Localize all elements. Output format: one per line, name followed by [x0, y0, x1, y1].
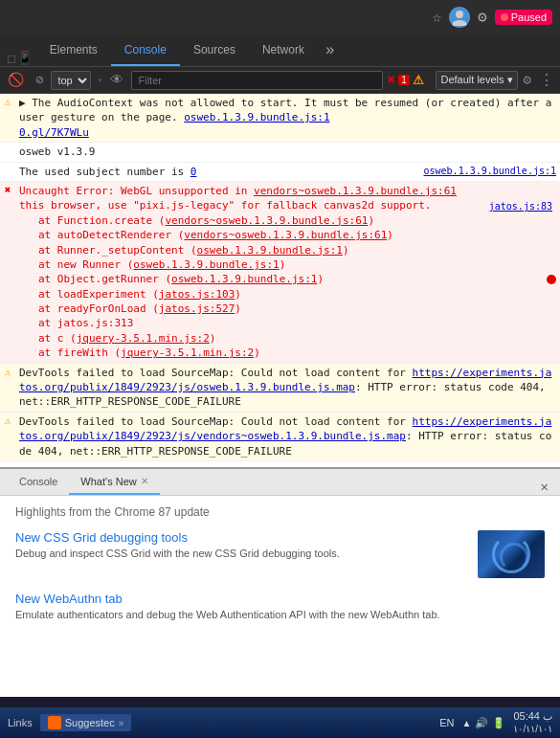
log-sourcemap-warn-2: ⚠ DevTools failed to load SourceMap: Cou…	[0, 413, 560, 461]
audicontext-link2[interactable]: 0.gl/7K7WLu	[19, 126, 89, 139]
thumbnail-graphic	[492, 535, 530, 573]
subject-number-link[interactable]: 0	[190, 166, 197, 178]
webauthn-title[interactable]: New WebAuthn tab	[15, 592, 545, 606]
device-icon[interactable]: 📱	[17, 51, 33, 66]
taskbar-time-value: 05:44 ب	[513, 710, 552, 723]
sourcemap-warn-2-message: DevTools failed to load SourceMap: Could…	[15, 414, 560, 459]
stack-link-5[interactable]: osweb.1.3.9.bundle.js:1	[171, 273, 317, 285]
sourcemap-link-1[interactable]: https://experiments.jatos.org/publix/184…	[19, 367, 551, 393]
error-icon: ✖	[387, 74, 395, 86]
sourcemap-link-2[interactable]: https://experiments.jatos.org/publix/184…	[19, 415, 551, 442]
more-options-icon[interactable]: ⋮	[537, 69, 556, 92]
log-version: osweb v1.3.9	[0, 143, 560, 162]
warn-icon-sm2: ⚠	[0, 414, 15, 427]
panel-close-button[interactable]: ✕	[537, 479, 552, 495]
webauthn-desc: Emulate authenticators and debug the Web…	[15, 608, 545, 622]
stack-link-6[interactable]: jatos.js:103	[159, 288, 235, 301]
error-icon-webgl: ✖	[0, 183, 15, 196]
warn-icon-audicontext: ⚠	[0, 95, 15, 108]
clear-console-icon[interactable]: 🚫	[4, 70, 28, 90]
settings-icon[interactable]: ⚙	[522, 70, 533, 90]
bottom-tab-console[interactable]: Console	[8, 469, 69, 495]
cssgrid-thumbnail	[478, 530, 545, 578]
sourcemap-warn-1-message: DevTools failed to load SourceMap: Could…	[15, 365, 560, 411]
suggestec-label: Suggestec	[65, 717, 115, 728]
tray-battery-icon: 🔋	[492, 717, 505, 729]
more-tabs-button[interactable]: »	[318, 34, 343, 66]
whats-new-content: Highlights from the Chrome 87 update New…	[0, 496, 560, 697]
whatsnew-tab-close[interactable]: ✕	[141, 476, 148, 486]
audicontext-message: ▶ The AudioContext was not allowed to st…	[15, 95, 560, 141]
tray-up-icon[interactable]: ▲	[462, 718, 472, 728]
webgl-jatos-source[interactable]: jatos.js:83	[489, 198, 556, 213]
suggestec-chevron-icon: »	[119, 718, 124, 728]
stack-link-7[interactable]: jatos.js:527	[159, 302, 235, 315]
taskbar: Links Suggestec » EN ▲ 🔊 🔋 05:44 ب ۱۰/۱۱…	[0, 707, 560, 738]
stack-link-8[interactable]: jquery-3.5.1.min.js:2	[77, 332, 210, 345]
log-subject: The used subject number is 0 osweb.1.3.9…	[0, 163, 560, 182]
filter-input[interactable]	[131, 71, 383, 90]
audicontext-link1[interactable]: osweb.1.3.9.bundle.js:1	[184, 111, 329, 123]
log-webgl-error: ✖ Uncaught Error: WebGL unsupported in v…	[0, 182, 560, 364]
log-sourcemap-warn-1: ⚠ DevTools failed to load SourceMap: Cou…	[0, 364, 560, 413]
bottom-tab-whatsnew[interactable]: What's New ✕	[69, 469, 159, 495]
tab-console[interactable]: Console	[111, 34, 180, 66]
bookmark-icon[interactable]: ☆	[432, 8, 441, 27]
warn-icon-sm1: ⚠	[0, 365, 15, 378]
devtools-toolbar: 🚫 ⊘ top ▾ 👁 ✖ 1 ⚠ 1 Default levels ▾ ⚙ ⋮	[0, 67, 560, 94]
warn-count: 1	[427, 75, 433, 85]
tray-network-icon: 🔊	[475, 717, 488, 729]
whats-new-item-cssgrid: New CSS Grid debugging tools Debug and i…	[15, 530, 545, 578]
taskbar-suggestec[interactable]: Suggestec »	[40, 714, 132, 731]
log-audicontext-warn: ⚠ ▶ The AudioContext was not allowed to …	[0, 94, 560, 143]
error-count: 1	[398, 75, 410, 85]
suggestec-icon	[48, 716, 61, 729]
subject-source[interactable]: osweb.1.3.9.bundle.js:1	[424, 164, 560, 176]
levels-dropdown[interactable]: Default levels ▾	[436, 71, 517, 90]
version-message: osweb v1.3.9	[15, 144, 560, 160]
taskbar-language[interactable]: EN	[439, 717, 454, 728]
webgl-source-link[interactable]: vendors~osweb.1.3.9.bundle.js:61	[254, 185, 457, 197]
devtools-tabbar: ⬚ 📱 Elements Console Sources Network »	[0, 34, 560, 67]
pause-dot-icon	[501, 13, 508, 21]
browser-chrome: ☆ ⚙ Paused	[0, 0, 560, 34]
taskbar-date-value: ۱۰/۱۱/۱۰۱	[513, 724, 552, 735]
paused-badge: Paused	[495, 10, 552, 25]
devtools-left-controls: ⬚ 📱	[4, 51, 36, 66]
tab-sources[interactable]: Sources	[180, 34, 249, 66]
error-warn-counts: ✖ 1 ⚠ 1	[387, 73, 432, 87]
whats-new-panel: Console What's New ✕ ✕ Highlights from t…	[0, 467, 560, 697]
webgl-error-message: Uncaught Error: WebGL unsupported in ven…	[15, 183, 560, 362]
stack-link-4[interactable]: osweb.1.3.9.bundle.js:1	[133, 258, 279, 271]
tab-network[interactable]: Network	[249, 34, 318, 66]
cssgrid-title[interactable]: New CSS Grid debugging tools	[15, 530, 466, 545]
bottom-panel-tabbar: Console What's New ✕ ✕	[0, 469, 560, 496]
tray-icons: ▲ 🔊 🔋	[462, 717, 506, 729]
console-output: ⚠ ▶ The AudioContext was not allowed to …	[0, 94, 560, 467]
inspect-icon[interactable]: ⬚	[8, 51, 15, 66]
stack-link-2[interactable]: vendors~osweb.1.3.9.bundle.js:61	[184, 229, 387, 241]
blank-icon-subject	[0, 164, 15, 165]
blank-icon-version	[0, 144, 15, 145]
browser-controls: ☆ ⚙ Paused	[432, 7, 552, 28]
svg-point-0	[456, 11, 463, 18]
cssgrid-desc: Debug and inspect CSS Grid with the new …	[15, 547, 466, 561]
taskbar-links-label[interactable]: Links	[8, 717, 33, 728]
error-bullet-dot	[547, 275, 556, 284]
whats-new-item-webauthn: New WebAuthn tab Emulate authenticators …	[15, 592, 545, 622]
context-selector[interactable]: top	[51, 71, 91, 90]
tab-elements[interactable]: Elements	[36, 34, 111, 66]
taskbar-datetime: 05:44 ب ۱۰/۱۱/۱۰۱	[513, 710, 552, 734]
block-icon[interactable]: ⊘	[32, 70, 47, 90]
whats-new-header: Highlights from the Chrome 87 update	[15, 505, 545, 519]
stack-link-1[interactable]: vendors~osweb.1.3.9.bundle.js:61	[165, 214, 368, 227]
subject-message: The used subject number is 0	[15, 164, 424, 180]
stack-link-3[interactable]: osweb.1.3.9.bundle.js:1	[197, 244, 343, 257]
browser-gear-icon[interactable]: ⚙	[478, 8, 487, 27]
eye-icon[interactable]: 👁	[106, 71, 127, 90]
user-avatar[interactable]	[449, 7, 470, 28]
stack-link-9[interactable]: jquery-3.5.1.min.js:2	[121, 347, 254, 359]
warn-icon-small: ⚠	[413, 73, 424, 87]
